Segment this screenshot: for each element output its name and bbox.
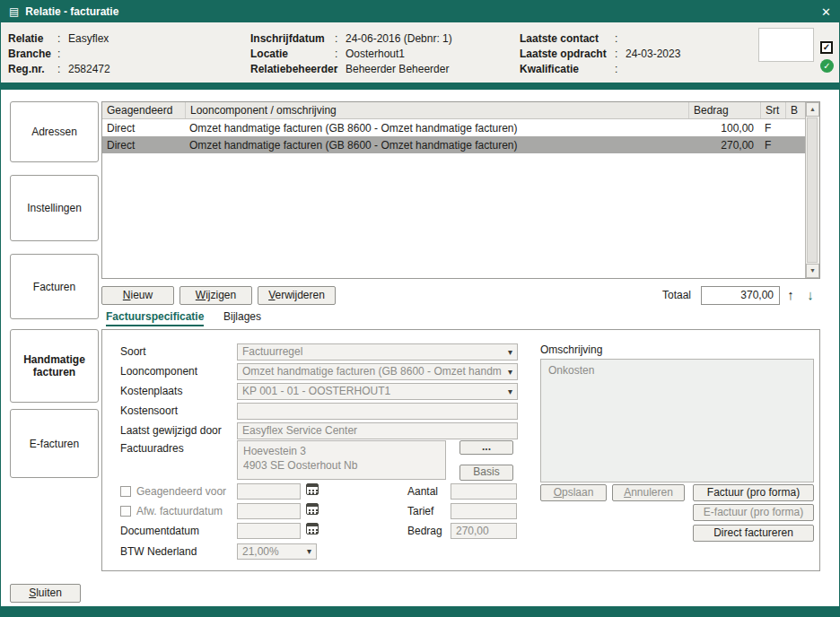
titlebar: ▤ Relatie - facturatie ✕ <box>1 1 839 22</box>
close-icon[interactable]: ✕ <box>821 5 831 19</box>
wijzigen-button[interactable]: Wijzigen <box>179 286 252 305</box>
inschrijfdatum-value: 24-06-2016 (Debnr: 1) <box>346 32 452 45</box>
relation-header: Relatie:Easyflex Branche: Reg.nr.:258247… <box>1 22 839 83</box>
geagendeerd-voor-date-field[interactable] <box>237 483 301 500</box>
colon: : <box>615 48 626 60</box>
afw-factuurdatum-checkbox[interactable] <box>120 506 131 517</box>
header-col-2: Inschrijfdatum:24-06-2016 (Debnr: 1) Loc… <box>250 30 452 76</box>
btw-select[interactable]: 21,00% ▾ <box>237 543 317 560</box>
factuurspecificatie-panel: Soort Factuurregel ▾ Looncomponent Omzet… <box>101 329 820 571</box>
cell-omschrijving: Omzet handmatige facturen (GB 8600 - Omz… <box>185 122 688 135</box>
kostenplaats-select[interactable]: KP 001 - 01 - OOSTERHOUT1 ▾ <box>237 383 518 400</box>
table-row[interactable]: Direct Omzet handmatige facturen (GB 860… <box>102 119 805 136</box>
factuuradres-line1: Hoevestein 3 <box>243 444 440 458</box>
scroll-down-icon[interactable]: ▼ <box>806 264 819 278</box>
grid-main: Geagendeerd Looncomponent / omschrijving… <box>102 102 805 278</box>
colon: : <box>57 32 68 45</box>
soort-select[interactable]: Factuurregel ▾ <box>237 343 518 361</box>
bedrag-label: Bedrag <box>407 523 442 539</box>
move-down-icon[interactable]: ↓ <box>801 285 819 305</box>
annuleren-button-label: Annuleren <box>624 485 673 500</box>
col-header-geagendeerd: Geagendeerd <box>102 102 185 118</box>
bedrag-field[interactable]: 270,00 <box>451 523 517 539</box>
locatie-label: Locatie <box>250 48 335 60</box>
colon: : <box>615 32 626 45</box>
relatie-label: Relatie <box>8 32 57 45</box>
sidebar-item-facturen[interactable]: Facturen <box>10 254 99 319</box>
factuuradres-line2: 4903 SE Oosterhout Nb <box>243 458 440 473</box>
nieuw-button-label: Nieuw <box>123 287 153 304</box>
sluiten-button-label: Sluiten <box>29 585 62 602</box>
aantal-field[interactable] <box>451 483 517 500</box>
checked-checkbox-icon[interactable]: ✓ <box>820 41 833 54</box>
nieuw-button[interactable]: Nieuw <box>101 286 174 305</box>
regnr-value: 2582472 <box>68 63 110 75</box>
looncomponent-select[interactable]: Omzet handmatige facturen (GB 8600 - Omz… <box>237 363 518 380</box>
sidebar-item-handmatige-facturen[interactable]: Handmatige facturen <box>10 329 99 403</box>
scroll-up-icon[interactable]: ▲ <box>806 102 819 117</box>
tarief-field[interactable] <box>451 503 517 519</box>
tab-bijlages[interactable]: Bijlages <box>223 310 261 323</box>
relatiebeheerder-label: Relatiebeheerder <box>250 63 335 75</box>
colon: : <box>335 63 346 75</box>
laatste-opdracht-value: 24-03-2023 <box>626 48 680 60</box>
kostensoort-label: Kostensoort <box>120 403 178 420</box>
vertical-scrollbar[interactable]: ▲ ▼ <box>805 102 819 278</box>
afw-factuurdatum-calendar-icon[interactable] <box>306 503 320 517</box>
soort-select-value: Factuurregel <box>242 344 504 360</box>
afw-factuurdatum-label: Afw. factuurdatum <box>136 503 223 519</box>
laatste-opdracht-label: Laatste opdracht <box>520 48 615 60</box>
bottom-bar <box>1 606 839 616</box>
col-header-bedrag: Bedrag <box>688 102 760 118</box>
documentdatum-label: Documentdatum <box>120 523 199 540</box>
laatst-gewijzigd-field: Easyflex Service Center <box>237 422 518 439</box>
relatiebeheerder-value: Beheerder Beheerder <box>346 63 449 75</box>
adres-more-button[interactable]: ... <box>459 440 513 455</box>
opslaan-button[interactable]: Opslaan <box>540 484 607 501</box>
photo-placeholder <box>758 28 814 62</box>
scrollbar-thumb[interactable] <box>807 117 818 263</box>
tab-factuurspecificatie[interactable]: Factuurspecificatie <box>106 310 204 326</box>
header-col-3: Laatste contact: Laatste opdracht:24-03-… <box>520 30 680 76</box>
documentdatum-date-field[interactable] <box>237 523 301 539</box>
colon: : <box>335 48 346 60</box>
table-row-selected[interactable]: Direct Omzet handmatige facturen (GB 860… <box>102 136 805 153</box>
basis-button[interactable]: Basis <box>459 465 513 481</box>
relatie-facturatie-window: ▤ Relatie - facturatie ✕ Relatie:Easyfle… <box>0 0 840 617</box>
totaal-label: Totaal <box>662 289 691 301</box>
laatste-contact-label: Laatste contact <box>520 32 615 45</box>
factuur-pro-forma-button[interactable]: Factuur (pro forma) <box>693 484 814 501</box>
sidebar-item-label: E-facturen <box>30 438 79 450</box>
sidebar-item-adressen[interactable]: Adressen <box>10 101 99 162</box>
sluiten-button[interactable]: Sluiten <box>10 584 81 603</box>
e-factuur-pro-forma-button[interactable]: E-factuur (pro forma) <box>693 504 814 521</box>
looncomponent-label: Looncomponent <box>120 363 197 380</box>
verwijderen-button-label: Verwijderen <box>268 287 325 304</box>
invoice-lines-grid: Geagendeerd Looncomponent / omschrijving… <box>101 101 820 279</box>
omschrijving-textarea[interactable]: Onkosten <box>540 359 814 482</box>
afw-factuurdatum-date-field[interactable] <box>237 503 301 519</box>
window-title: Relatie - facturatie <box>25 5 118 18</box>
move-up-icon[interactable]: ↑ <box>782 285 800 305</box>
sidebar-item-e-facturen[interactable]: E-facturen <box>10 409 99 478</box>
totaal-value: 370,00 <box>701 286 780 305</box>
sidebar-item-instellingen[interactable]: Instellingen <box>10 175 99 241</box>
cell-bedrag: 100,00 <box>688 122 760 135</box>
sidebar-item-label: Facturen <box>33 281 75 293</box>
factuuradres-label: Factuuradres <box>120 440 184 457</box>
geagendeerd-voor-checkbox[interactable] <box>120 486 131 497</box>
kostensoort-field[interactable] <box>237 403 518 420</box>
geagendeerd-voor-calendar-icon[interactable] <box>306 483 320 498</box>
cell-omschrijving: Omzet handmatige facturen (GB 8600 - Omz… <box>185 139 688 152</box>
btw-select-value: 21,00% <box>242 544 303 559</box>
looncomponent-select-value: Omzet handmatige facturen (GB 8600 - Omz… <box>242 364 504 379</box>
colon: : <box>57 48 68 60</box>
verwijderen-button[interactable]: Verwijderen <box>258 286 336 305</box>
direct-factureren-button[interactable]: Direct factureren <box>693 525 814 542</box>
colon: : <box>335 32 346 45</box>
tarief-label: Tarief <box>407 503 433 519</box>
documentdatum-calendar-icon[interactable] <box>306 523 320 537</box>
teal-divider <box>1 83 839 90</box>
opslaan-button-label: Opslaan <box>554 485 594 500</box>
annuleren-button[interactable]: Annuleren <box>612 484 685 501</box>
